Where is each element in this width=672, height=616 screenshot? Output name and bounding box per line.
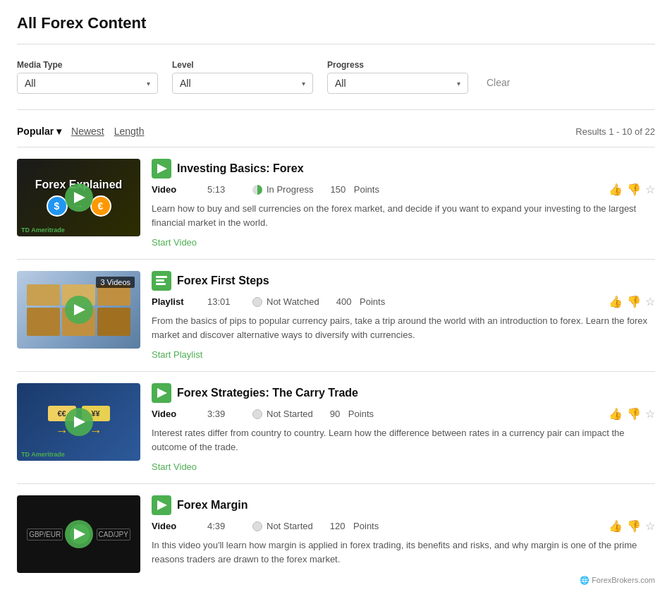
item-points-1: 150 Points [330, 184, 386, 195]
item-header-2: Forex First Steps [152, 271, 655, 291]
filters-bar: Media Type All ▾ Level All ▾ Progress Al… [17, 53, 655, 101]
item-duration-3: 3:39 [207, 409, 236, 419]
playlist-lines-2 [156, 276, 167, 286]
thumbnail-1[interactable]: Forex Explained $ → € TD Ameritrade [17, 159, 140, 236]
item-title-1: Investing Basics: Forex [177, 162, 304, 175]
progress-value: All [335, 78, 346, 89]
filters-divider [17, 109, 655, 110]
cta-link-3[interactable]: Start Video [152, 461, 197, 472]
item-type-2: Playlist [152, 296, 190, 307]
item-progress-3: Not Started [252, 409, 313, 419]
item-meta-3: Video 3:39 Not Started 90 Points 👍 👎 ☆ [152, 407, 655, 421]
play-overlay-1[interactable] [65, 183, 93, 212]
content-item-2: 3 Videos Forex First Steps Playlist [17, 259, 655, 371]
thumbnail-2[interactable]: 3 Videos [17, 271, 140, 349]
content-list: Forex Explained $ → € TD Ameritrade Inve… [17, 147, 655, 596]
points-value-2: 400 [336, 296, 352, 307]
play-overlay-3[interactable] [65, 408, 93, 436]
item-info-3: Forex Strategies: The Carry Trade Video … [152, 383, 655, 472]
item-meta-1: Video 5:13 In Progress 150 Points 👍 👎 ☆ [152, 183, 655, 196]
thumbdown-icon-1[interactable]: 👎 [627, 183, 641, 196]
thumbup-icon-3[interactable]: 👍 [609, 407, 623, 421]
sort-newest[interactable]: Newest [71, 126, 104, 137]
item-duration-1: 5:13 [207, 184, 236, 195]
media-type-value: All [25, 78, 36, 89]
clear-button[interactable]: Clear [482, 73, 514, 92]
item-actions-3: 👍 👎 ☆ [609, 407, 655, 421]
playlist-icon-2 [152, 271, 171, 291]
item-desc-4: In this video you'll learn how margin is… [152, 538, 655, 566]
play-overlay-4[interactable] [65, 520, 93, 548]
level-label: Level [172, 60, 313, 70]
playlist-line-1 [156, 276, 167, 278]
star-icon-4[interactable]: ☆ [645, 519, 655, 533]
media-type-label: Media Type [17, 60, 158, 70]
points-value-3: 90 [330, 409, 340, 419]
thumbup-icon-1[interactable]: 👍 [609, 183, 623, 196]
sort-length[interactable]: Length [114, 126, 145, 137]
item-header-4: Forex Margin [152, 495, 655, 515]
media-type-filter: Media Type All ▾ [17, 60, 158, 94]
level-select[interactable]: All ▾ [172, 73, 313, 94]
points-label-3: Points [348, 409, 374, 419]
points-value-4: 120 [330, 521, 346, 531]
star-icon-2[interactable]: ☆ [645, 295, 655, 308]
thumbup-icon-2[interactable]: 👍 [609, 295, 623, 308]
thumbdown-icon-3[interactable]: 👎 [627, 407, 641, 421]
page-title: All Forex Content [17, 14, 655, 32]
brand-logo-1: TD Ameritrade [21, 227, 65, 234]
item-progress-2: Not Watched [252, 296, 319, 307]
title-divider [17, 44, 655, 44]
item-type-1: Video [152, 184, 190, 195]
progress-select[interactable]: All ▾ [327, 73, 468, 94]
content-item-1: Forex Explained $ → € TD Ameritrade Inve… [17, 147, 655, 259]
progress-status-2: Not Watched [267, 296, 319, 307]
footer-brand: 🌐 ForexBrokers.com [152, 573, 655, 585]
item-points-4: 120 Points [330, 521, 386, 531]
thumbdown-icon-4[interactable]: 👎 [627, 519, 641, 533]
thumbup-icon-4[interactable]: 👍 [609, 519, 623, 533]
sort-popular[interactable]: Popular ▾ [17, 126, 61, 137]
item-info-4: Forex Margin Video 4:39 Not Started 120 … [152, 495, 655, 585]
content-item-3: €€ → ¥¥ → TD Ameritrade Forex Strategies… [17, 371, 655, 483]
item-duration-2: 13:01 [207, 296, 236, 307]
cta-link-2[interactable]: Start Playlist [152, 349, 202, 360]
item-progress-4: Not Started [252, 521, 313, 531]
brand-logo-3: TD Ameritrade [21, 451, 65, 458]
thumbdown-icon-2[interactable]: 👎 [627, 295, 641, 308]
thumbnail-4[interactable]: GBP/EUR CAD/JPY [17, 495, 140, 573]
item-title-4: Forex Margin [177, 499, 248, 512]
item-points-3: 90 Points [330, 409, 386, 419]
thumbnail-3[interactable]: €€ → ¥¥ → TD Ameritrade [17, 383, 140, 461]
item-actions-4: 👍 👎 ☆ [609, 519, 655, 533]
item-header-3: Forex Strategies: The Carry Trade [152, 383, 655, 403]
media-type-select[interactable]: All ▾ [17, 73, 158, 94]
progress-status-4: Not Started [267, 521, 313, 531]
points-value-1: 150 [330, 184, 346, 195]
item-progress-1: In Progress [252, 184, 313, 195]
item-desc-1: Learn how to buy and sell currencies on … [152, 202, 655, 229]
progress-dot-1 [252, 185, 262, 195]
item-meta-4: Video 4:39 Not Started 120 Points 👍 👎 ☆ [152, 519, 655, 533]
points-label-1: Points [354, 184, 379, 195]
item-actions-2: 👍 👎 ☆ [609, 295, 655, 308]
play-overlay-2[interactable] [65, 296, 93, 324]
item-desc-3: Interest rates differ from country to co… [152, 426, 655, 454]
progress-dot-3 [252, 409, 262, 419]
star-icon-1[interactable]: ☆ [645, 183, 655, 196]
item-info-2: Forex First Steps Playlist 13:01 Not Wat… [152, 271, 655, 360]
item-header-1: Investing Basics: Forex [152, 159, 655, 179]
points-label-2: Points [360, 296, 385, 307]
progress-status-3: Not Started [267, 409, 313, 419]
star-icon-3[interactable]: ☆ [645, 407, 655, 421]
points-label-4: Points [353, 521, 379, 531]
item-meta-2: Playlist 13:01 Not Watched 400 Points 👍 … [152, 295, 655, 308]
item-type-3: Video [152, 409, 190, 419]
video-icon-4 [152, 495, 171, 515]
media-type-arrow-icon: ▾ [147, 80, 150, 87]
cta-link-1[interactable]: Start Video [152, 237, 197, 248]
content-item-4: GBP/EUR CAD/JPY Forex Margin Video 4 [17, 483, 655, 596]
progress-status-1: In Progress [267, 184, 313, 195]
sort-options: Popular ▾ Newest Length [17, 126, 145, 137]
progress-dot-4 [252, 521, 262, 531]
